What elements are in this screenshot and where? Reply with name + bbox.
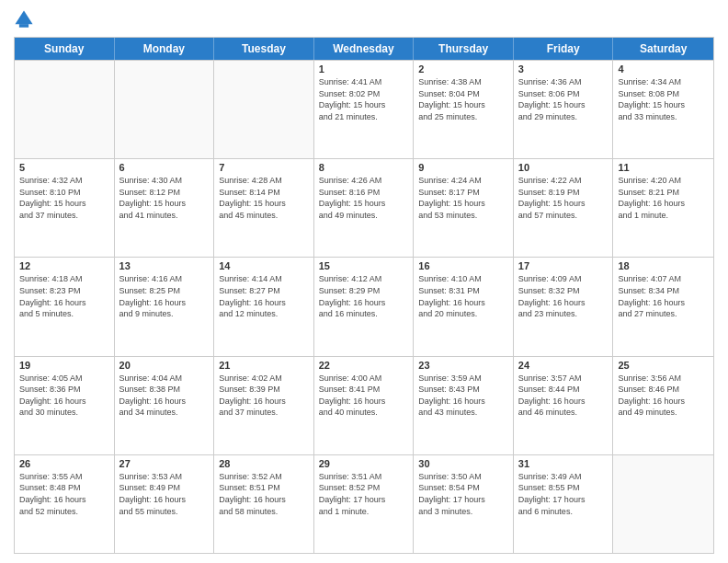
calendar-cell: 3Sunrise: 4:36 AM Sunset: 8:06 PM Daylig… <box>514 61 614 158</box>
calendar-row-3: 12Sunrise: 4:18 AM Sunset: 8:23 PM Dayli… <box>15 257 713 355</box>
day-number: 11 <box>618 162 709 173</box>
header <box>14 9 714 29</box>
day-info: Sunrise: 3:52 AM Sunset: 8:51 PM Dayligh… <box>219 471 309 517</box>
day-info: Sunrise: 4:34 AM Sunset: 8:08 PM Dayligh… <box>618 76 709 122</box>
day-info: Sunrise: 3:51 AM Sunset: 8:52 PM Dayligh… <box>319 471 409 517</box>
calendar-cell: 27Sunrise: 3:53 AM Sunset: 8:49 PM Dayli… <box>115 455 215 553</box>
day-info: Sunrise: 4:07 AM Sunset: 8:34 PM Dayligh… <box>618 273 709 319</box>
calendar-cell: 7Sunrise: 4:28 AM Sunset: 8:14 PM Daylig… <box>214 159 314 257</box>
calendar-cell: 16Sunrise: 4:10 AM Sunset: 8:31 PM Dayli… <box>414 258 514 355</box>
calendar-cell: 12Sunrise: 4:18 AM Sunset: 8:23 PM Dayli… <box>15 258 115 355</box>
day-number: 8 <box>319 162 409 173</box>
day-number: 31 <box>518 458 609 469</box>
day-number: 26 <box>19 458 109 469</box>
calendar-cell <box>214 61 314 158</box>
day-info: Sunrise: 4:38 AM Sunset: 8:04 PM Dayligh… <box>418 76 508 122</box>
day-number: 27 <box>119 458 210 469</box>
header-cell-saturday: Saturday <box>613 38 713 60</box>
day-info: Sunrise: 3:59 AM Sunset: 8:43 PM Dayligh… <box>418 373 508 419</box>
day-info: Sunrise: 4:02 AM Sunset: 8:39 PM Dayligh… <box>219 373 309 419</box>
calendar-cell: 15Sunrise: 4:12 AM Sunset: 8:29 PM Dayli… <box>314 258 415 355</box>
day-number: 14 <box>219 260 309 271</box>
calendar-cell: 4Sunrise: 4:34 AM Sunset: 8:08 PM Daylig… <box>613 61 713 158</box>
day-number: 19 <box>19 360 109 371</box>
day-info: Sunrise: 4:36 AM Sunset: 8:06 PM Dayligh… <box>518 76 609 122</box>
calendar-body: 1Sunrise: 4:41 AM Sunset: 8:02 PM Daylig… <box>15 60 713 553</box>
day-number: 6 <box>119 162 210 173</box>
calendar-cell <box>15 61 115 158</box>
calendar-cell: 17Sunrise: 4:09 AM Sunset: 8:32 PM Dayli… <box>514 258 614 355</box>
header-cell-thursday: Thursday <box>414 38 514 60</box>
calendar-cell: 10Sunrise: 4:22 AM Sunset: 8:19 PM Dayli… <box>514 159 614 257</box>
day-number: 4 <box>618 63 709 75</box>
calendar-cell: 30Sunrise: 3:50 AM Sunset: 8:54 PM Dayli… <box>414 455 514 553</box>
day-info: Sunrise: 3:53 AM Sunset: 8:49 PM Dayligh… <box>119 471 210 517</box>
day-info: Sunrise: 4:12 AM Sunset: 8:29 PM Dayligh… <box>319 273 409 319</box>
day-info: Sunrise: 4:05 AM Sunset: 8:36 PM Dayligh… <box>19 373 109 419</box>
calendar-row-2: 5Sunrise: 4:32 AM Sunset: 8:10 PM Daylig… <box>15 158 713 257</box>
calendar-cell: 21Sunrise: 4:02 AM Sunset: 8:39 PM Dayli… <box>214 357 314 454</box>
calendar: SundayMondayTuesdayWednesdayThursdayFrid… <box>14 37 714 554</box>
day-info: Sunrise: 4:10 AM Sunset: 8:31 PM Dayligh… <box>418 273 508 319</box>
day-info: Sunrise: 3:57 AM Sunset: 8:44 PM Dayligh… <box>518 373 609 419</box>
day-number: 1 <box>319 63 409 75</box>
calendar-cell: 5Sunrise: 4:32 AM Sunset: 8:10 PM Daylig… <box>15 159 115 257</box>
day-number: 9 <box>418 162 508 173</box>
day-info: Sunrise: 3:49 AM Sunset: 8:55 PM Dayligh… <box>518 471 609 517</box>
calendar-row-1: 1Sunrise: 4:41 AM Sunset: 8:02 PM Daylig… <box>15 60 713 158</box>
calendar-cell: 29Sunrise: 3:51 AM Sunset: 8:52 PM Dayli… <box>314 455 415 553</box>
calendar-cell: 22Sunrise: 4:00 AM Sunset: 8:41 PM Dayli… <box>314 357 415 454</box>
header-cell-wednesday: Wednesday <box>314 38 415 60</box>
day-info: Sunrise: 4:26 AM Sunset: 8:16 PM Dayligh… <box>319 175 409 221</box>
day-number: 24 <box>518 360 609 371</box>
calendar-cell: 18Sunrise: 4:07 AM Sunset: 8:34 PM Dayli… <box>613 258 713 355</box>
calendar-cell: 24Sunrise: 3:57 AM Sunset: 8:44 PM Dayli… <box>514 357 614 454</box>
day-info: Sunrise: 4:28 AM Sunset: 8:14 PM Dayligh… <box>219 175 309 221</box>
day-info: Sunrise: 4:20 AM Sunset: 8:21 PM Dayligh… <box>618 175 709 221</box>
calendar-cell: 2Sunrise: 4:38 AM Sunset: 8:04 PM Daylig… <box>414 61 514 158</box>
calendar-page: SundayMondayTuesdayWednesdayThursdayFrid… <box>0 0 728 563</box>
header-cell-tuesday: Tuesday <box>214 38 314 60</box>
day-number: 25 <box>618 360 709 371</box>
day-number: 3 <box>518 63 609 75</box>
day-number: 17 <box>518 260 609 271</box>
day-number: 30 <box>418 458 508 469</box>
header-cell-monday: Monday <box>115 38 215 60</box>
day-number: 23 <box>418 360 508 371</box>
logo <box>14 9 38 29</box>
svg-rect-1 <box>19 24 28 28</box>
svg-marker-0 <box>15 10 32 24</box>
day-number: 16 <box>418 260 508 271</box>
day-info: Sunrise: 4:16 AM Sunset: 8:25 PM Dayligh… <box>119 273 210 319</box>
day-number: 7 <box>219 162 309 173</box>
calendar-cell: 11Sunrise: 4:20 AM Sunset: 8:21 PM Dayli… <box>613 159 713 257</box>
day-number: 21 <box>219 360 309 371</box>
calendar-cell: 31Sunrise: 3:49 AM Sunset: 8:55 PM Dayli… <box>514 455 614 553</box>
day-number: 13 <box>119 260 210 271</box>
day-number: 12 <box>19 260 109 271</box>
day-number: 18 <box>618 260 709 271</box>
header-cell-friday: Friday <box>514 38 614 60</box>
day-number: 20 <box>119 360 210 371</box>
day-info: Sunrise: 3:55 AM Sunset: 8:48 PM Dayligh… <box>19 471 109 517</box>
calendar-row-5: 26Sunrise: 3:55 AM Sunset: 8:48 PM Dayli… <box>15 454 713 553</box>
day-info: Sunrise: 4:24 AM Sunset: 8:17 PM Dayligh… <box>418 175 508 221</box>
logo-icon <box>14 9 34 29</box>
day-info: Sunrise: 4:18 AM Sunset: 8:23 PM Dayligh… <box>19 273 109 319</box>
day-info: Sunrise: 4:14 AM Sunset: 8:27 PM Dayligh… <box>219 273 309 319</box>
day-number: 10 <box>518 162 609 173</box>
calendar-cell: 26Sunrise: 3:55 AM Sunset: 8:48 PM Dayli… <box>15 455 115 553</box>
day-number: 22 <box>319 360 409 371</box>
day-info: Sunrise: 4:09 AM Sunset: 8:32 PM Dayligh… <box>518 273 609 319</box>
calendar-cell: 28Sunrise: 3:52 AM Sunset: 8:51 PM Dayli… <box>214 455 314 553</box>
day-number: 15 <box>319 260 409 271</box>
calendar-row-4: 19Sunrise: 4:05 AM Sunset: 8:36 PM Dayli… <box>15 356 713 454</box>
day-info: Sunrise: 3:56 AM Sunset: 8:46 PM Dayligh… <box>618 373 709 419</box>
day-info: Sunrise: 4:41 AM Sunset: 8:02 PM Dayligh… <box>319 76 409 122</box>
calendar-cell <box>613 455 713 553</box>
day-info: Sunrise: 4:22 AM Sunset: 8:19 PM Dayligh… <box>518 175 609 221</box>
day-number: 28 <box>219 458 309 469</box>
header-cell-sunday: Sunday <box>15 38 115 60</box>
calendar-header: SundayMondayTuesdayWednesdayThursdayFrid… <box>15 38 713 60</box>
calendar-cell: 25Sunrise: 3:56 AM Sunset: 8:46 PM Dayli… <box>613 357 713 454</box>
